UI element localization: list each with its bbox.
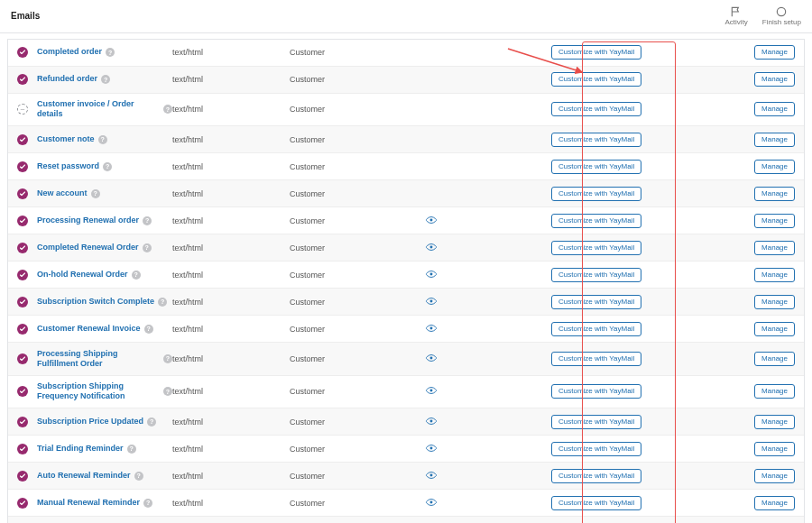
help-icon[interactable]: ?: [144, 325, 153, 334]
customize-button[interactable]: Customize with YayMail: [551, 45, 641, 60]
manage-button[interactable]: Manage: [754, 352, 795, 366]
help-icon[interactable]: ?: [134, 472, 143, 481]
customize-button[interactable]: Customize with YayMail: [551, 384, 641, 399]
help-icon[interactable]: ?: [101, 75, 110, 84]
manage-button[interactable]: Manage: [754, 442, 795, 456]
email-link[interactable]: Customer note: [37, 134, 95, 144]
email-link[interactable]: Auto Renewal Reminder: [37, 471, 131, 481]
eye-icon[interactable]: [425, 353, 438, 364]
customize-button[interactable]: Customize with YayMail: [551, 352, 641, 366]
help-icon[interactable]: ?: [143, 499, 152, 508]
email-link[interactable]: Customer invoice / Order details: [37, 99, 160, 120]
manage-cell: Manage: [741, 102, 795, 116]
customize-button[interactable]: Customize with YayMail: [551, 469, 641, 483]
status-cell: [17, 74, 37, 85]
help-icon[interactable]: ?: [127, 445, 136, 454]
manage-button[interactable]: Manage: [754, 322, 795, 336]
help-icon[interactable]: ?: [103, 162, 112, 171]
recipient-cell: Customer: [290, 162, 425, 171]
eye-icon[interactable]: [425, 386, 438, 397]
help-icon[interactable]: ?: [163, 105, 172, 114]
help-icon[interactable]: ?: [143, 243, 152, 252]
email-link[interactable]: New account: [37, 188, 88, 198]
customize-button[interactable]: Customize with YayMail: [551, 415, 641, 429]
eye-icon[interactable]: [425, 324, 438, 335]
customize-button[interactable]: Customize with YayMail: [551, 102, 641, 116]
manage-button[interactable]: Manage: [754, 72, 795, 87]
help-icon[interactable]: ?: [147, 417, 156, 427]
name-cell: Manual Renewal Reminder?: [37, 498, 172, 508]
email-link[interactable]: Subscription Shipping Frequency Notifica…: [37, 381, 160, 402]
eye-icon[interactable]: [425, 444, 438, 454]
customize-button[interactable]: Customize with YayMail: [551, 187, 641, 201]
manage-button[interactable]: Manage: [754, 384, 795, 399]
manage-button[interactable]: Manage: [754, 133, 795, 147]
status-enabled-icon: [17, 353, 28, 364]
status-cell: [17, 188, 37, 199]
help-icon[interactable]: ?: [143, 216, 152, 225]
name-cell: New account?: [37, 188, 172, 198]
email-link[interactable]: Subscription Switch Complete: [37, 297, 154, 307]
eye-icon[interactable]: [425, 216, 438, 226]
status-enabled-icon: [17, 444, 28, 454]
customize-cell: Customize with YayMail: [551, 384, 641, 399]
finish-setup-button[interactable]: Finish setup: [762, 5, 801, 27]
content-type-cell: text/html: [172, 216, 290, 225]
email-link[interactable]: Refunded order: [37, 74, 97, 84]
activity-button[interactable]: Activity: [725, 5, 748, 27]
email-link[interactable]: Manual Renewal Reminder: [37, 498, 140, 508]
help-icon[interactable]: ?: [158, 298, 167, 307]
table-row: Auto Renewal Reminder?text/htmlCustomerC…: [8, 462, 804, 489]
customize-button[interactable]: Customize with YayMail: [551, 295, 641, 309]
email-link[interactable]: Subscription Price Updated: [37, 417, 143, 427]
email-link[interactable]: Processing Renewal order: [37, 216, 139, 225]
manage-button[interactable]: Manage: [754, 415, 795, 429]
eye-icon[interactable]: [425, 297, 438, 307]
manage-button[interactable]: Manage: [754, 160, 795, 174]
manage-button[interactable]: Manage: [754, 102, 795, 116]
manage-button[interactable]: Manage: [754, 45, 795, 60]
email-link[interactable]: Customer Renewal Invoice: [37, 324, 141, 334]
eye-icon[interactable]: [425, 471, 438, 482]
manage-button[interactable]: Manage: [754, 241, 795, 255]
manage-button[interactable]: Manage: [754, 496, 795, 510]
eye-icon[interactable]: [425, 498, 438, 509]
email-link[interactable]: On-hold Renewal Order: [37, 270, 128, 280]
manage-button[interactable]: Manage: [754, 268, 795, 282]
customize-button[interactable]: Customize with YayMail: [551, 241, 641, 255]
customize-button[interactable]: Customize with YayMail: [551, 214, 641, 228]
customize-button[interactable]: Customize with YayMail: [551, 133, 641, 147]
status-enabled-icon: [17, 216, 28, 226]
customize-button[interactable]: Customize with YayMail: [551, 72, 641, 87]
eye-icon[interactable]: [425, 243, 438, 253]
email-link[interactable]: Completed Renewal Order: [37, 243, 139, 252]
email-link[interactable]: Processing Shipping Fulfillment Order: [37, 349, 160, 370]
customize-button[interactable]: Customize with YayMail: [551, 160, 641, 174]
name-cell: Subscription Shipping Frequency Notifica…: [37, 381, 172, 402]
manage-button[interactable]: Manage: [754, 214, 795, 228]
email-link[interactable]: Reset password: [37, 161, 99, 171]
help-icon[interactable]: ?: [91, 189, 100, 198]
help-icon[interactable]: ?: [163, 354, 172, 363]
name-cell: Processing Renewal order?: [37, 216, 172, 225]
customize-button[interactable]: Customize with YayMail: [551, 268, 641, 282]
customize-button[interactable]: Customize with YayMail: [551, 442, 641, 456]
manage-button[interactable]: Manage: [754, 295, 795, 309]
customize-button[interactable]: Customize with YayMail: [551, 322, 641, 336]
manage-cell: Manage: [741, 496, 795, 510]
manage-button[interactable]: Manage: [754, 469, 795, 483]
help-icon[interactable]: ?: [98, 135, 107, 144]
eye-icon[interactable]: [425, 270, 438, 280]
manage-cell: Manage: [741, 469, 795, 483]
status-cell: [17, 386, 37, 397]
svg-point-1: [430, 218, 433, 221]
email-link[interactable]: Completed order: [37, 47, 102, 57]
email-link[interactable]: Trial Ending Reminder: [37, 444, 124, 454]
eye-icon[interactable]: [425, 417, 438, 427]
table-row: Trial Ending Reminder?text/htmlCustomerC…: [8, 435, 804, 462]
help-icon[interactable]: ?: [163, 387, 172, 396]
manage-button[interactable]: Manage: [754, 187, 795, 201]
customize-button[interactable]: Customize with YayMail: [551, 496, 641, 510]
help-icon[interactable]: ?: [106, 48, 115, 57]
help-icon[interactable]: ?: [132, 271, 141, 280]
